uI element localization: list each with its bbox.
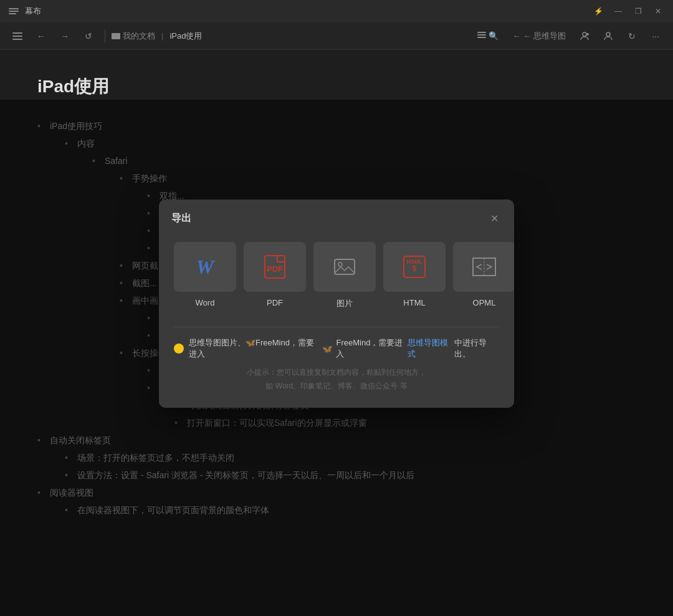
document-title: iPad使用	[37, 75, 636, 99]
svg-point-11	[586, 33, 589, 36]
hint-tip: 小提示：您可以直接复制文档内容，粘贴到任何地方， 如 Word、印象笔记、博客、…	[174, 366, 499, 393]
refresh-button[interactable]: ↺	[79, 26, 98, 46]
opml-label: OPML	[473, 298, 496, 307]
mindmap-label: ← 思维导图	[523, 31, 566, 42]
hint-main-text: 思维导图图片、🦋FreeMind，需要进入	[189, 337, 318, 360]
main-content: iPad使用 iPad使用技巧 内容 Safari 手势操作	[0, 50, 673, 616]
more-button[interactable]: ···	[646, 26, 666, 46]
hint-suffix-before: FreeMind，需要进入	[336, 337, 404, 360]
close-dialog-button[interactable]: ✕	[487, 211, 502, 226]
breadcrumb-separator: |	[161, 31, 163, 41]
title-bar-left: 幕布	[7, 5, 41, 17]
word-label: Word	[196, 298, 215, 307]
svg-rect-3	[12, 32, 22, 34]
yellow-dot	[174, 344, 184, 354]
dialog-header: 导出 ✕	[159, 200, 514, 236]
svg-rect-17	[335, 259, 355, 274]
svg-rect-7	[477, 32, 486, 33]
profile-button[interactable]	[598, 26, 618, 46]
pdf-icon: PDF	[264, 254, 286, 279]
pdf-label: PDF	[267, 298, 283, 307]
menu-button[interactable]	[7, 26, 27, 46]
breadcrumb-folder[interactable]: 我的文档	[123, 31, 155, 42]
toolbar: ← → ↺ 我的文档 | iPad使用 🔍 ← ← 思维导图 ↻ ···	[0, 22, 673, 50]
breadcrumb: 我的文档 | iPad使用	[112, 31, 469, 42]
svg-point-12	[606, 32, 610, 36]
hint-line: 思维导图图片、🦋FreeMind，需要进入 🦋 FreeMind，需要进入 思维…	[174, 337, 499, 360]
forward-button[interactable]: →	[55, 26, 75, 46]
sync-button[interactable]: ↻	[622, 26, 642, 46]
svg-point-10	[583, 32, 586, 36]
hint-suffix: 中进行导出。	[454, 337, 499, 360]
image-icon	[333, 256, 356, 278]
hint-tip-line2: 如 Word、印象笔记、博客、微信公众号 等	[174, 380, 499, 393]
window-controls: ⚡ — ❐ ✕	[591, 0, 666, 22]
svg-rect-9	[477, 37, 486, 38]
hint-section: 思维导图图片、🦋FreeMind，需要进入 🦋 FreeMind，需要进入 思维…	[174, 327, 499, 393]
search-button[interactable]: 🔍	[472, 29, 504, 43]
opml-icon-box	[453, 242, 514, 292]
dialog-overlay: 导出 ✕ W Word	[0, 100, 673, 616]
mindmap-icon: ←	[512, 31, 520, 41]
title-bar: 幕布 ⚡ — ❐ ✕	[0, 0, 673, 22]
minimize-button[interactable]: —	[611, 4, 626, 19]
export-pdf[interactable]: PDF PDF	[244, 242, 306, 309]
app-icon	[7, 5, 20, 17]
svg-point-18	[338, 262, 342, 266]
html-icon: 5 HTML	[401, 254, 427, 280]
svg-rect-0	[9, 8, 19, 9]
butterfly-emoji: 🦋	[322, 344, 332, 354]
export-options: W Word PDF	[174, 242, 499, 309]
dialog-body: W Word PDF	[159, 236, 514, 408]
close-button[interactable]: ✕	[651, 4, 666, 19]
image-label: 图片	[336, 298, 353, 309]
back-button[interactable]: ←	[31, 26, 51, 46]
app-title: 幕布	[25, 6, 41, 17]
pdf-icon-box: PDF	[244, 242, 306, 292]
html-label: HTML	[403, 298, 425, 307]
export-dialog: 导出 ✕ W Word	[159, 200, 514, 408]
maximize-button[interactable]: ❐	[631, 4, 646, 19]
search-icon: 🔍	[489, 31, 499, 41]
mindmap-button[interactable]: ← ← 思维导图	[507, 28, 571, 44]
svg-rect-8	[477, 34, 486, 36]
svg-rect-5	[12, 39, 22, 40]
breadcrumb-current: iPad使用	[169, 31, 202, 42]
export-word[interactable]: W Word	[174, 242, 236, 309]
export-image[interactable]: 图片	[313, 242, 376, 309]
word-icon: W	[196, 256, 214, 279]
opml-icon	[472, 256, 497, 278]
breadcrumb-icon	[112, 33, 120, 39]
hint-tip-line1: 小提示：您可以直接复制文档内容，粘贴到任何地方，	[174, 366, 499, 380]
toolbar-right: 🔍 ← ← 思维导图 ↻ ···	[472, 26, 666, 46]
svg-rect-4	[12, 36, 22, 37]
svg-text:5: 5	[413, 264, 417, 273]
dialog-title: 导出	[171, 212, 191, 225]
toolbar-divider-1	[105, 30, 105, 42]
share-button[interactable]	[575, 26, 594, 46]
svg-text:PDF: PDF	[267, 264, 283, 274]
image-icon-box	[313, 242, 376, 292]
pin-button[interactable]: ⚡	[591, 4, 606, 19]
html-icon-box: 5 HTML	[383, 242, 446, 292]
svg-rect-6	[112, 33, 120, 39]
svg-rect-1	[9, 11, 19, 12]
export-html[interactable]: 5 HTML HTML	[383, 242, 446, 309]
word-icon-box: W	[174, 242, 236, 292]
svg-text:HTML: HTML	[407, 259, 422, 265]
export-opml[interactable]: OPML	[453, 242, 514, 309]
svg-rect-2	[9, 13, 16, 14]
mindmap-mode-link[interactable]: 思维导图模式	[408, 337, 452, 360]
